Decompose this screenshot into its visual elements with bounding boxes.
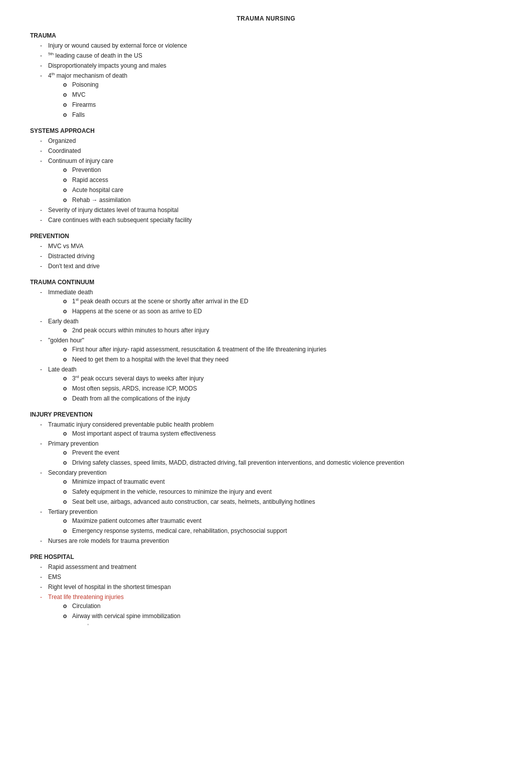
list-item: Distracted driving [40,252,502,261]
list-item: Airway with cervical spine immobilizatio… [63,612,502,630]
list-item: Seat belt use, airbags, advanced auto co… [63,497,502,506]
injury-prevention-header: INJURY PREVENTION [30,411,502,418]
list-item: Traumatic injury considered preventable … [40,420,502,438]
list-item: Circulation [63,602,502,611]
list-item: Secondary prevention Minimize impact of … [40,468,502,506]
list-item: Injury or wound caused by external force… [40,41,502,50]
list-item: Firearms [63,100,502,109]
page-title: TRAUMA NURSING [30,15,502,22]
list-item: Care continues with each subsequent spec… [40,216,502,225]
list-item: Rapid access [63,175,502,184]
list-item: EMS [40,572,502,581]
blurred-line-4 [40,665,502,671]
prevention-section: PREVENTION MVC vs MVA Distracted driving… [30,233,502,271]
list-item: Happens at the scene or as soon as arriv… [63,307,502,316]
list-item: 2nd peak occurs within minutes to hours … [63,326,502,335]
list-item: 4th major mechanism of death Poisoning M… [40,71,502,119]
list-item: Right level of hospital in the shortest … [40,582,502,592]
list-item: Continuum of injury care Prevention Rapi… [40,156,502,205]
list-item: "golden hour" First hour after injury- r… [40,336,502,364]
list-item-treat-injuries: Treat life threatening injuries Circulat… [40,593,502,630]
list-item: Poisoning [63,80,502,89]
list-item: Rehab → assimilation [63,196,502,205]
blurred-line-3 [40,657,502,663]
list-item: Rapid assessment and treatment [40,562,502,571]
systems-approach-section: SYSTEMS APPROACH Organized Coordinated C… [30,127,502,225]
list-item: Immediate death 1st peak death occurs at… [40,288,502,316]
prevention-header: PREVENTION [30,233,502,240]
trauma-header: TRAUMA [30,32,502,39]
blurred-line-2 [40,648,502,654]
list-item: Prevention [63,165,502,174]
list-item: Early death 2nd peak occurs within minut… [40,317,502,335]
list-item: Most important aspect of trauma system e… [63,429,502,438]
list-item: Driving safety classes, speed limits, MA… [63,458,502,467]
trauma-continuum-header: TRAUMA CONTINUUM [30,279,502,286]
list-item: MVC [63,90,502,99]
list-item: Organized [40,136,502,145]
injury-prevention-section: INJURY PREVENTION Traumatic injury consi… [30,411,502,545]
list-item: 3rd peak occurs several days to weeks af… [63,374,502,383]
list-item: Nurses are role models for trauma preven… [40,536,502,545]
list-item: Acute hospital care [63,185,502,194]
list-item: Safety equipment in the vehicle, resourc… [63,487,502,496]
list-item: Death from all the complications of the … [63,394,502,403]
pre-hospital-section: PRE HOSPITAL Rapid assessment and treatm… [30,553,502,671]
list-item: Prevent the event [63,448,502,457]
list-item: MVC vs MVA [40,242,502,251]
list-item: Tertiary prevention Maximize patient out… [40,507,502,535]
list-item: Coordinated [40,146,502,155]
list-item: Minimize impact of traumatic event [63,477,502,486]
list-item: Emergency response systems, medical care… [63,526,502,535]
list-item: Most often sepsis, ARDS, increase ICP, M… [63,384,502,393]
systems-approach-header: SYSTEMS APPROACH [30,127,502,134]
list-item [87,621,502,630]
list-item: First hour after injury- rapid assessmen… [63,345,502,354]
list-item: Late death 3rd peak occurs several days … [40,365,502,403]
list-item: Severity of injury dictates level of tra… [40,206,502,215]
blurred-line-1 [40,639,502,645]
list-item: Need to get them to a hospital with the … [63,355,502,364]
list-item: 5th leading cause of death in the US [40,51,502,60]
list-item: Maximize patient outcomes after traumati… [63,516,502,525]
list-item: Disproportionately impacts young and mal… [40,61,502,70]
list-item: Don't text and drive [40,262,502,271]
list-item: Primary prevention Prevent the event Dri… [40,439,502,467]
pre-hospital-header: PRE HOSPITAL [30,553,502,560]
list-item: Falls [63,110,502,119]
trauma-section: TRAUMA Injury or wound caused by externa… [30,32,502,119]
trauma-continuum-section: TRAUMA CONTINUUM Immediate death 1st pea… [30,279,502,403]
list-item: 1st peak death occurs at the scene or sh… [63,297,502,306]
